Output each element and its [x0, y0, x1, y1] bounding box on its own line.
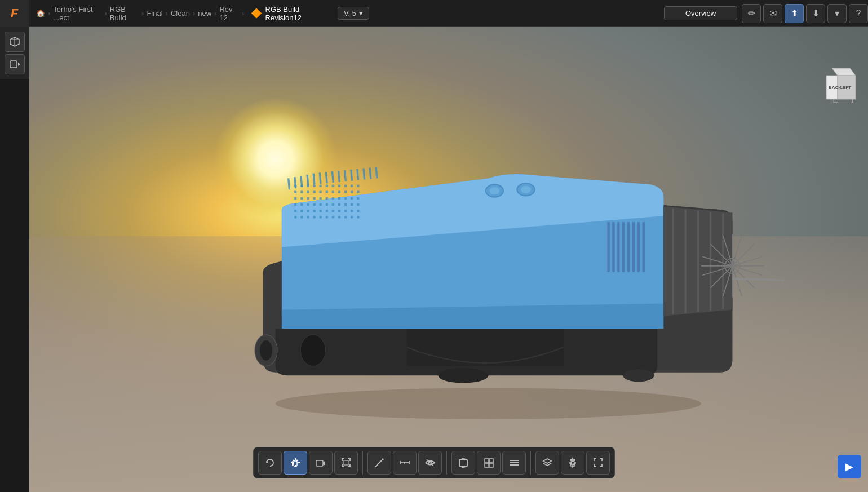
svg-rect-70: [326, 210, 328, 212]
play-icon: [9, 59, 20, 70]
svg-rect-143: [485, 463, 489, 467]
svg-marker-4: [18, 63, 20, 66]
logo-letter: F: [11, 6, 18, 21]
svg-rect-20: [375, 167, 378, 178]
svg-marker-148: [543, 459, 551, 463]
rotate-tool-button[interactable]: [258, 451, 282, 475]
bc-clean[interactable]: Clean: [171, 9, 190, 17]
svg-rect-95: [627, 222, 630, 272]
svg-rect-43: [294, 197, 296, 199]
svg-rect-24: [313, 184, 316, 187]
visibility-tool-button[interactable]: [418, 451, 442, 475]
settings-tool-button[interactable]: [561, 451, 584, 475]
eye-icon: [424, 457, 436, 468]
svg-rect-16: [350, 170, 353, 181]
svg-rect-82: [332, 216, 334, 218]
camera-tool-button[interactable]: [309, 451, 333, 475]
svg-rect-18: [363, 168, 366, 179]
svg-rect-127: [316, 460, 323, 466]
svg-rect-51: [344, 197, 347, 199]
edit-button[interactable]: ✏: [742, 4, 761, 23]
svg-point-118: [623, 369, 654, 382]
svg-rect-78: [307, 216, 309, 218]
svg-line-130: [376, 460, 382, 466]
svg-rect-92: [612, 222, 614, 272]
help-button[interactable]: ?: [849, 4, 868, 23]
svg-rect-80: [320, 216, 322, 218]
topbar: F 🏠 › Terho's First ...ect › RGB Build ›…: [0, 0, 868, 27]
breadcrumb: 🏠 › Terho's First ...ect › RGB Build › F…: [29, 5, 338, 22]
camera-icon: [315, 457, 326, 468]
svg-rect-6: [287, 178, 290, 189]
svg-rect-60: [332, 203, 334, 206]
svg-rect-17: [356, 169, 359, 180]
section-icon: [508, 457, 520, 468]
gear-icon: [567, 457, 578, 468]
share-button[interactable]: ⬆: [785, 4, 804, 23]
svg-rect-50: [338, 197, 340, 199]
svg-rect-22: [300, 184, 303, 187]
fit-tool-button[interactable]: [334, 451, 358, 475]
explode-tool-button[interactable]: [477, 451, 501, 475]
svg-rect-129: [344, 460, 348, 465]
svg-rect-68: [313, 210, 316, 212]
left-panel: [0, 27, 29, 79]
svg-rect-96: [632, 222, 635, 272]
bc-rev12[interactable]: Rev 12: [219, 5, 239, 22]
svg-rect-61: [338, 203, 340, 206]
bc-project[interactable]: Terho's First ...ect: [53, 5, 101, 22]
svg-rect-10: [313, 173, 316, 184]
bc-home[interactable]: 🏠: [36, 9, 45, 17]
svg-rect-97: [637, 222, 640, 272]
svg-rect-141: [485, 459, 489, 463]
svg-rect-93: [617, 222, 619, 272]
svg-rect-29: [344, 184, 347, 187]
3d-tools-group: [451, 451, 526, 475]
svg-marker-131: [382, 458, 384, 460]
nav-cube-svg: BACK LEFT: [821, 65, 861, 106]
svg-rect-33: [300, 190, 303, 193]
video-view-button[interactable]: [5, 54, 25, 74]
svg-rect-23: [307, 184, 309, 187]
cube-view-button[interactable]: [5, 32, 25, 52]
bottom-toolbar: [253, 447, 615, 478]
svg-line-113: [733, 278, 785, 282]
svg-rect-25: [320, 184, 322, 187]
svg-rect-26: [326, 184, 328, 187]
svg-rect-36: [320, 190, 322, 193]
svg-rect-58: [320, 203, 322, 206]
comment-button[interactable]: ✉: [763, 4, 782, 23]
svg-rect-73: [344, 210, 347, 212]
svg-rect-31: [357, 184, 359, 187]
download-button[interactable]: ⬇: [806, 4, 825, 23]
measure-icon: [399, 457, 410, 468]
bc-new[interactable]: new: [198, 9, 211, 17]
layers-tool-button[interactable]: [535, 451, 559, 475]
svg-rect-11: [319, 172, 322, 184]
pan-tool-button[interactable]: [284, 451, 307, 475]
overview-input[interactable]: [664, 6, 737, 20]
arrow-button[interactable]: ▶: [838, 455, 861, 478]
svg-point-117: [439, 368, 489, 383]
box-tool-button[interactable]: [451, 451, 475, 475]
arrow-icon: ▶: [845, 460, 853, 473]
draw-tool-button[interactable]: [367, 451, 391, 475]
svg-rect-98: [643, 222, 645, 272]
navigation-cube[interactable]: BACK LEFT: [821, 65, 861, 106]
layers-icon: [542, 457, 553, 468]
more-button[interactable]: ▾: [827, 4, 847, 23]
cube-view-icon: [9, 36, 20, 47]
bc-doc-title: RGB Build Revision12: [265, 5, 326, 22]
explode-icon: [483, 457, 494, 468]
svg-rect-56: [307, 203, 309, 206]
svg-text:LEFT: LEFT: [840, 85, 851, 90]
svg-rect-79: [313, 216, 316, 218]
bc-build[interactable]: RGB Build: [110, 5, 139, 22]
measure-tool-button[interactable]: [393, 451, 417, 475]
section-tool-button[interactable]: [502, 451, 526, 475]
version-button[interactable]: V. 5 ▾: [338, 7, 369, 20]
pan-icon: [290, 457, 301, 468]
bc-final[interactable]: Final: [147, 9, 162, 17]
fullscreen-tool-button[interactable]: [586, 451, 610, 475]
viewport[interactable]: ⌂ ℹ BACK LEFT: [29, 27, 868, 492]
